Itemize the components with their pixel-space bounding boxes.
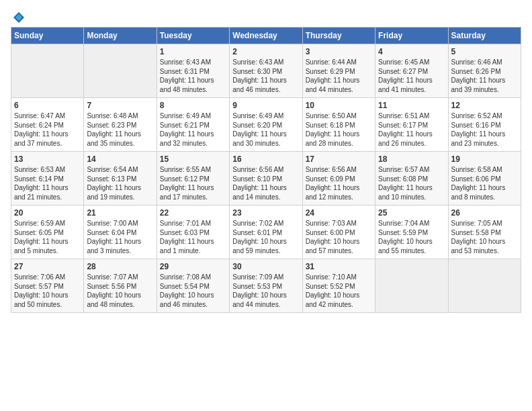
day-number: 13 [14,154,81,164]
day-number: 15 [160,154,226,164]
calendar-cell: 3Sunrise: 6:44 AMSunset: 6:29 PMDaylight… [302,44,375,98]
day-content: Sunrise: 7:07 AMSunset: 5:56 PMDaylight:… [87,273,153,309]
sunset-text: Sunset: 5:53 PM [232,282,299,291]
calendar-cell [84,44,157,98]
daylight-text: Daylight: 11 hours and 35 minutes. [87,130,153,148]
sunset-text: Sunset: 6:18 PM [306,121,372,130]
calendar-cell: 13Sunrise: 6:53 AMSunset: 6:14 PMDayligh… [11,152,84,205]
day-number: 1 [160,47,226,56]
sunrise-text: Sunrise: 7:06 AM [14,273,81,282]
calendar-cell: 16Sunrise: 6:56 AMSunset: 6:10 PMDayligh… [230,152,302,205]
daylight-text: Daylight: 10 hours and 57 minutes. [306,237,372,255]
calendar-cell: 21Sunrise: 7:00 AMSunset: 6:04 PMDayligh… [84,205,157,259]
day-header-monday: Monday [84,28,157,44]
sunrise-text: Sunrise: 6:51 AM [378,111,445,121]
calendar-cell: 27Sunrise: 7:06 AMSunset: 5:57 PMDayligh… [11,259,84,313]
calendar-cell: 11Sunrise: 6:51 AMSunset: 6:17 PMDayligh… [375,98,448,152]
calendar-cell: 19Sunrise: 6:58 AMSunset: 6:06 PMDayligh… [448,152,521,205]
calendar-cell: 30Sunrise: 7:09 AMSunset: 5:53 PMDayligh… [230,259,302,313]
day-content: Sunrise: 6:58 AMSunset: 6:06 PMDaylight:… [451,165,518,201]
day-number: 27 [14,262,81,271]
day-content: Sunrise: 7:05 AMSunset: 5:58 PMDaylight:… [451,219,518,255]
sunset-text: Sunset: 6:16 PM [451,121,518,130]
sunset-text: Sunset: 6:00 PM [306,228,372,238]
sunrise-text: Sunrise: 7:07 AM [87,273,153,282]
calendar-cell: 28Sunrise: 7:07 AMSunset: 5:56 PMDayligh… [84,259,157,313]
sunset-text: Sunset: 6:14 PM [14,175,81,184]
daylight-text: Daylight: 11 hours and 46 minutes. [232,76,299,94]
daylight-text: Daylight: 10 hours and 50 minutes. [14,291,81,309]
page-header [11,11,521,21]
day-header-friday: Friday [375,28,448,44]
day-header-sunday: Sunday [11,28,84,44]
day-content: Sunrise: 6:45 AMSunset: 6:27 PMDaylight:… [378,58,445,94]
day-content: Sunrise: 6:43 AMSunset: 6:30 PMDaylight:… [232,58,299,94]
sunrise-text: Sunrise: 6:43 AM [160,58,226,67]
daylight-text: Daylight: 11 hours and 5 minutes. [14,237,81,255]
day-content: Sunrise: 6:55 AMSunset: 6:12 PMDaylight:… [160,165,226,201]
daylight-text: Daylight: 11 hours and 12 minutes. [306,183,372,201]
sunset-text: Sunset: 5:58 PM [451,228,518,238]
day-content: Sunrise: 7:00 AMSunset: 6:04 PMDaylight:… [87,219,153,255]
sunrise-text: Sunrise: 6:44 AM [306,58,372,67]
sunrise-text: Sunrise: 6:53 AM [14,165,81,175]
day-number: 2 [232,47,299,56]
daylight-text: Daylight: 11 hours and 48 minutes. [160,76,226,94]
day-number: 16 [232,154,299,164]
calendar-cell: 1Sunrise: 6:43 AMSunset: 6:31 PMDaylight… [157,44,229,98]
sunset-text: Sunset: 6:08 PM [378,175,445,184]
logo [11,11,26,21]
calendar-week-row: 6Sunrise: 6:47 AMSunset: 6:24 PMDaylight… [11,98,521,152]
calendar-cell: 24Sunrise: 7:03 AMSunset: 6:00 PMDayligh… [302,205,375,259]
sunset-text: Sunset: 5:56 PM [87,282,153,291]
sunrise-text: Sunrise: 7:10 AM [306,273,372,282]
sunset-text: Sunset: 6:26 PM [451,67,518,77]
sunrise-text: Sunrise: 6:56 AM [232,165,299,175]
sunset-text: Sunset: 6:13 PM [87,175,153,184]
daylight-text: Daylight: 11 hours and 21 minutes. [14,183,81,201]
calendar-cell: 10Sunrise: 6:50 AMSunset: 6:18 PMDayligh… [302,98,375,152]
sunrise-text: Sunrise: 6:49 AM [232,111,299,121]
sunrise-text: Sunrise: 7:02 AM [232,219,299,228]
day-header-wednesday: Wednesday [230,28,302,44]
day-content: Sunrise: 6:56 AMSunset: 6:10 PMDaylight:… [232,165,299,201]
day-content: Sunrise: 6:57 AMSunset: 6:08 PMDaylight:… [378,165,445,201]
daylight-text: Daylight: 11 hours and 10 minutes. [378,183,445,201]
sunrise-text: Sunrise: 6:56 AM [306,165,372,175]
sunrise-text: Sunrise: 7:05 AM [451,219,518,228]
calendar-week-row: 1Sunrise: 6:43 AMSunset: 6:31 PMDaylight… [11,44,521,98]
day-number: 28 [87,262,153,271]
logo-icon [12,11,26,24]
sunset-text: Sunset: 6:17 PM [378,121,445,130]
day-content: Sunrise: 7:08 AMSunset: 5:54 PMDaylight:… [160,273,226,309]
day-content: Sunrise: 6:53 AMSunset: 6:14 PMDaylight:… [14,165,81,201]
sunset-text: Sunset: 6:24 PM [14,121,81,130]
calendar-cell: 9Sunrise: 6:49 AMSunset: 6:20 PMDaylight… [230,98,302,152]
day-number: 14 [87,154,153,164]
sunrise-text: Sunrise: 6:43 AM [232,58,299,67]
daylight-text: Daylight: 11 hours and 28 minutes. [306,130,372,148]
calendar-cell: 31Sunrise: 7:10 AMSunset: 5:52 PMDayligh… [302,259,375,313]
day-number: 20 [14,208,81,218]
daylight-text: Daylight: 10 hours and 59 minutes. [232,237,299,255]
day-content: Sunrise: 7:04 AMSunset: 5:59 PMDaylight:… [378,219,445,255]
day-content: Sunrise: 7:02 AMSunset: 6:01 PMDaylight:… [232,219,299,255]
daylight-text: Daylight: 11 hours and 41 minutes. [378,76,445,94]
day-header-saturday: Saturday [448,28,521,44]
day-number: 29 [160,262,226,271]
sunset-text: Sunset: 6:01 PM [232,228,299,238]
calendar-cell: 26Sunrise: 7:05 AMSunset: 5:58 PMDayligh… [448,205,521,259]
sunrise-text: Sunrise: 7:04 AM [378,219,445,228]
day-number: 5 [451,47,518,56]
day-content: Sunrise: 7:03 AMSunset: 6:00 PMDaylight:… [306,219,372,255]
day-number: 22 [160,208,226,218]
day-number: 7 [87,101,153,110]
calendar-cell: 29Sunrise: 7:08 AMSunset: 5:54 PMDayligh… [157,259,229,313]
sunset-text: Sunset: 6:23 PM [87,121,153,130]
calendar-cell: 18Sunrise: 6:57 AMSunset: 6:08 PMDayligh… [375,152,448,205]
day-number: 4 [378,47,445,56]
sunset-text: Sunset: 6:09 PM [306,175,372,184]
sunrise-text: Sunrise: 6:46 AM [451,58,518,67]
calendar-cell: 15Sunrise: 6:55 AMSunset: 6:12 PMDayligh… [157,152,229,205]
day-content: Sunrise: 6:59 AMSunset: 6:05 PMDaylight:… [14,219,81,255]
